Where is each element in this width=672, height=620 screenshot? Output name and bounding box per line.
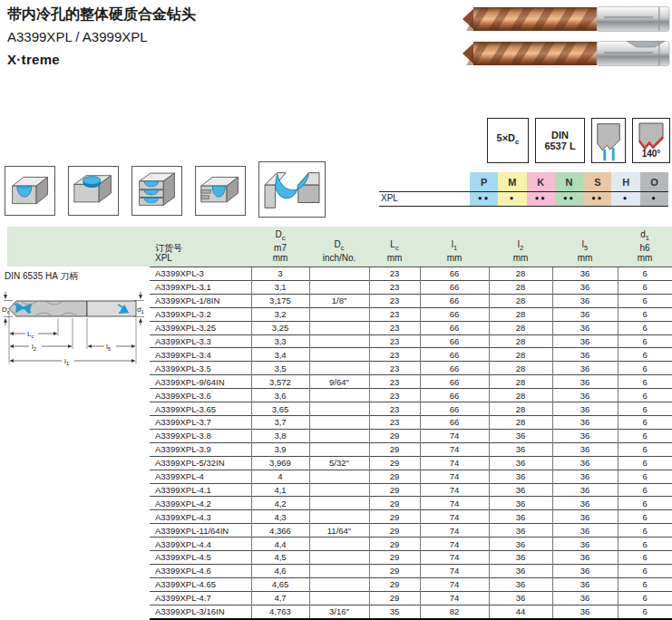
value-cell: 36 <box>552 294 618 307</box>
material-columns: P●●M●K●●N●●S●●H●O● <box>470 172 668 207</box>
value-cell: 66 <box>420 321 489 334</box>
value-cell: 36 <box>552 456 618 470</box>
svg-text:Lc: Lc <box>27 330 34 339</box>
material-col-N: N●● <box>555 172 583 207</box>
point-angle-140-icon <box>635 121 667 150</box>
value-cell: 74 <box>420 577 489 591</box>
value-cell <box>309 551 369 565</box>
value-cell: 4,3 <box>251 510 309 524</box>
value-cell: 66 <box>420 402 489 416</box>
value-cell: 36 <box>552 389 618 402</box>
coolant-through-icon <box>593 121 624 161</box>
value-cell: 36 <box>552 497 618 510</box>
order-number-cell: A3399XPL-3.9 <box>150 442 251 456</box>
value-cell: 36 <box>489 510 552 524</box>
value-cell: 6 <box>618 402 672 416</box>
size-table: A3399XPL-33236628366A3399XPL-3.13,123662… <box>150 266 672 620</box>
value-cell: 3,4 <box>251 348 309 362</box>
table-row: A3399XPL-3.93,9297436366 <box>150 442 672 456</box>
value-cell: 4,65 <box>251 577 309 591</box>
value-cell: 66 <box>420 307 489 321</box>
value-cell: 36 <box>489 497 552 510</box>
value-cell: 3,969 <box>251 456 309 470</box>
value-cell: 6 <box>618 483 672 497</box>
value-cell: 36 <box>552 605 618 618</box>
table-row: A3399XPL-3.53,5236628366 <box>150 362 672 375</box>
svg-text:Dc: Dc <box>2 305 10 315</box>
value-cell: 36 <box>552 321 618 334</box>
value-cell <box>309 538 369 551</box>
value-cell: 36 <box>552 415 618 429</box>
value-cell: 66 <box>420 389 489 402</box>
value-cell: 36 <box>489 429 552 442</box>
page-title-model: A3399XPL / A3999XPL <box>7 27 196 47</box>
feature-box-point-angle: 140° <box>632 118 670 163</box>
value-cell: 23 <box>369 267 420 281</box>
value-cell: 23 <box>369 415 420 429</box>
col-header-l1: l1 mm <box>420 227 489 266</box>
value-cell: 29 <box>369 456 420 470</box>
table-row: A3399XPL-9/64IN3,5729/64″236628366 <box>150 375 672 389</box>
table-row: A3399XPL-3.43,4236628366 <box>150 348 672 362</box>
value-cell: 36 <box>489 483 552 497</box>
value-cell: 66 <box>420 415 489 429</box>
value-cell: 36 <box>552 267 618 281</box>
value-cell: 6 <box>618 389 672 402</box>
material-letter: O <box>640 172 668 191</box>
value-cell: 36 <box>552 375 618 389</box>
value-cell: 66 <box>420 280 489 294</box>
value-cell: 74 <box>420 564 489 577</box>
din-line1: DIN <box>551 130 569 140</box>
order-number-cell: A3399XPL-1/8IN <box>150 294 251 307</box>
value-cell: 29 <box>369 429 420 442</box>
table-row: A3399XPL-5/32IN3,9695/32″297436366 <box>150 456 672 470</box>
din-line2: 6537 L <box>544 140 575 151</box>
col-header-dc-mm: Dc m7 mm <box>251 227 309 266</box>
material-letter: K <box>527 172 555 191</box>
order-number-cell: A3399XPL-3.25 <box>150 321 251 334</box>
material-col-S: S●● <box>583 172 611 207</box>
value-cell: 23 <box>369 280 420 294</box>
value-cell: 23 <box>369 362 420 375</box>
value-cell <box>309 280 369 294</box>
value-cell: 29 <box>369 591 420 605</box>
value-cell: 44 <box>489 605 552 618</box>
value-cell <box>309 483 369 497</box>
value-cell: 6 <box>618 429 672 442</box>
value-cell <box>309 429 369 442</box>
value-cell: 28 <box>489 307 552 321</box>
value-cell: 6 <box>618 524 672 538</box>
drill-photo-2 <box>461 39 671 68</box>
material-col-M: M● <box>498 172 526 207</box>
value-cell: 23 <box>369 307 420 321</box>
table-row: A3399XPL-3.653,65236628366 <box>150 402 672 416</box>
value-cell: 6 <box>618 577 672 591</box>
value-cell: 66 <box>420 362 489 375</box>
table-row: A3399XPL-4.64,6297436366 <box>150 564 672 577</box>
value-cell: 3,6 <box>251 389 309 402</box>
value-cell: 28 <box>489 294 552 307</box>
value-cell: 29 <box>369 538 420 551</box>
5xdc-label: 5×Dc <box>497 132 520 148</box>
value-cell: 36 <box>552 470 618 483</box>
value-cell: 35 <box>369 605 420 618</box>
value-cell: 74 <box>420 483 489 497</box>
value-cell: 3,5 <box>251 362 309 375</box>
value-cell: 29 <box>369 564 420 577</box>
svg-text:d1: d1 <box>137 305 144 315</box>
feature-box-5xdc: 5×Dc <box>487 118 529 163</box>
table-row: A3399XPL-4.34,3297436366 <box>150 510 672 524</box>
material-col-H: H● <box>611 172 639 207</box>
value-cell: 4,4 <box>251 538 309 551</box>
suitability-dots: ● <box>640 191 668 207</box>
value-cell: 74 <box>420 442 489 456</box>
table-row: A3399XPL-1/8IN3,1751/8″236628366 <box>150 294 672 307</box>
material-letter: N <box>555 172 583 191</box>
value-cell <box>309 307 369 321</box>
value-cell <box>309 564 369 577</box>
table-row: A3399XPL-4.24,2297436366 <box>150 497 672 510</box>
value-cell: 23 <box>369 294 420 307</box>
value-cell <box>309 267 369 281</box>
value-cell: 66 <box>420 375 489 389</box>
value-cell: 3,8 <box>251 429 309 442</box>
